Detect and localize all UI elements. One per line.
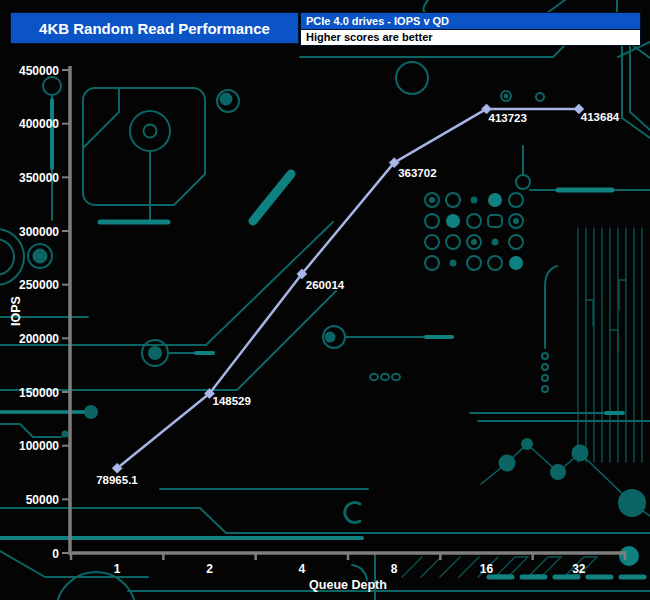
y-tick-label: 450000 — [19, 64, 59, 78]
y-tick-label: 50000 — [26, 493, 60, 507]
data-point-label: 78965.1 — [96, 474, 138, 486]
x-tick-label: 4 — [298, 562, 305, 576]
legend-series-label: PCIe 4.0 drives - IOPS v QD — [300, 12, 641, 30]
data-point-label: 148529 — [213, 395, 251, 407]
chart-title: 4KB Random Read Performance — [10, 12, 299, 44]
y-tick-label: 400000 — [19, 117, 59, 131]
series-line-group: 78965.1148529260014363702413723413684 — [96, 104, 620, 486]
x-tick-label: 16 — [480, 562, 494, 576]
y-tick-label: 250000 — [19, 278, 59, 292]
axes: 0500001000001500002000002500003000003500… — [19, 64, 626, 577]
data-point-label: 413723 — [489, 112, 527, 124]
y-tick-label: 300000 — [19, 225, 59, 239]
legend-note: Higher scores are better — [300, 30, 641, 46]
y-tick-label: 200000 — [19, 332, 59, 346]
data-point-label: 260014 — [306, 279, 345, 291]
benchmark-chart-panel: 0500001000001500002000002500003000003500… — [0, 0, 650, 600]
y-tick-label: 150000 — [19, 386, 59, 400]
y-tick-label: 0 — [52, 547, 59, 561]
y-tick-label: 100000 — [19, 439, 59, 453]
x-tick-label: 32 — [572, 562, 586, 576]
data-point-label: 413684 — [581, 111, 620, 123]
data-point-label: 363702 — [398, 167, 436, 179]
series-line — [117, 109, 579, 468]
x-tick-label: 1 — [114, 562, 121, 576]
y-axis-title: IOPS — [9, 296, 23, 326]
iops-line-chart: 0500001000001500002000002500003000003500… — [0, 0, 650, 600]
x-tick-label: 2 — [206, 562, 213, 576]
y-tick-label: 350000 — [19, 171, 59, 185]
x-tick-label: 8 — [391, 562, 398, 576]
x-axis-title: Queue Depth — [309, 578, 387, 592]
legend-box: PCIe 4.0 drives - IOPS v QD Higher score… — [300, 12, 641, 46]
